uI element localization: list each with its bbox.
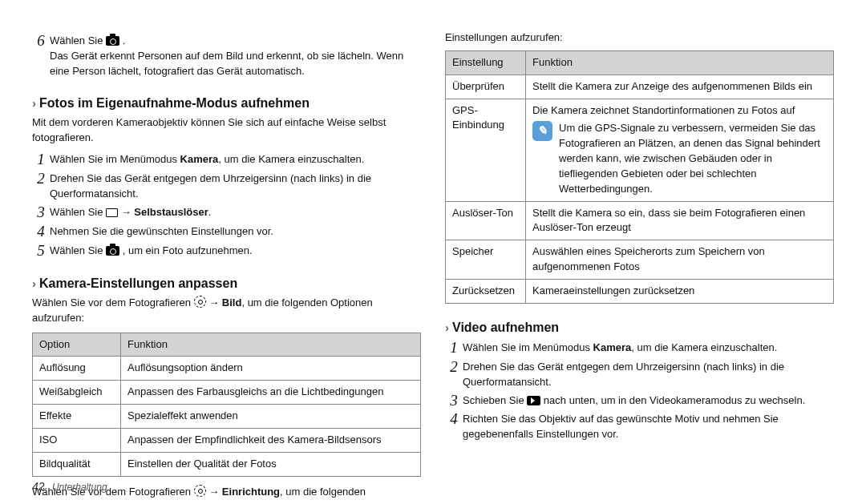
step-2: 2 Drehen Sie das Gerät entgegen dem Uhrz…	[32, 171, 421, 202]
table-row-gps: GPS-Einbindung Die Kamera zeichnet Stand…	[446, 99, 834, 201]
section-intro: Mit dem vorderen Kameraobjektiv können S…	[32, 115, 421, 146]
table-header-row: Option Funktion	[33, 333, 421, 357]
step-text: Wählen Sie	[50, 34, 103, 46]
section-heading-video: ›Video aufnehmen	[445, 318, 834, 337]
step-text: , um die Kamera einzuschalten.	[218, 153, 364, 165]
gear-icon	[194, 485, 206, 497]
step-number: 6	[32, 33, 50, 50]
step-1: 1 Wählen Sie im Menümodus Kamera, um die…	[445, 340, 834, 357]
step-desc: Das Gerät erkennt Personen auf dem Bild …	[50, 49, 421, 79]
step-number: 3	[445, 393, 463, 409]
table-row: ISOAnpassen der Empfindlichkeit des Kame…	[33, 428, 421, 452]
table-header-row: Einstellung Funktion	[446, 50, 834, 75]
step-text: Nehmen Sie die gewünschten Einstellungen…	[50, 224, 421, 240]
step-4: 4 Richten Sie das Objektiv auf das gewün…	[445, 411, 834, 442]
step-text: Schieben Sie	[463, 394, 527, 406]
table-row: BildqualitätEinstellen der Qualität der …	[33, 452, 421, 476]
step-number: 2	[32, 171, 50, 187]
section-heading-camera-settings: ›Kamera-Einstellungen anpassen	[32, 274, 421, 292]
step-3: 3 Schieben Sie nach unten, um in den Vid…	[445, 393, 834, 409]
table-row: ZurücksetzenKameraeinstellungen zurückse…	[446, 279, 834, 303]
step-2: 2 Drehen Sie das Gerät entgegen dem Uhrz…	[445, 359, 834, 390]
step-number: 5	[32, 243, 50, 260]
step-number: 4	[445, 411, 463, 428]
step-text: Drehen Sie das Gerät entgegen dem Uhrzei…	[50, 171, 421, 202]
step-text: nach unten, um in den Videokameramodus z…	[540, 394, 805, 406]
chevron-icon: ›	[445, 319, 449, 337]
step-text: Wählen Sie im Menümodus	[50, 153, 180, 165]
arrow-text: →	[118, 206, 134, 218]
chevron-icon: ›	[32, 275, 36, 292]
step-number: 2	[445, 359, 463, 376]
table-row: SpeicherAuswählen eines Speicherorts zum…	[446, 240, 834, 280]
gear-icon	[194, 296, 206, 308]
video-icon	[527, 396, 540, 405]
step-number: 1	[445, 340, 463, 357]
table-header: Einstellung	[446, 50, 526, 75]
step-4: 4 Nehmen Sie die gewünschten Einstellung…	[32, 224, 421, 240]
gps-note-text: Um die GPS-Signale zu verbessern, vermei…	[559, 121, 827, 196]
table-header: Funktion	[526, 50, 834, 75]
table-row: AuflösungAuflösungsoption ändern	[33, 357, 421, 381]
page-footer: 42 Unterhaltung	[32, 478, 107, 494]
camera-icon	[106, 36, 119, 46]
continuation-text: Einstellungen aufzurufen:	[445, 30, 834, 46]
step-bold: Selbstauslöser	[134, 206, 208, 218]
right-column: Einstellungen aufzurufen: Einstellung Fu…	[445, 30, 834, 463]
step-bold: Kamera	[593, 341, 632, 353]
table-row: WeißabgleichAnpassen des Farbausgleichs …	[33, 381, 421, 405]
chevron-icon: ›	[32, 95, 36, 112]
step-5: 5 Wählen Sie , um ein Foto aufzunehmen.	[32, 243, 421, 260]
table-row: ÜberprüfenStellt die Kamera zur Anzeige …	[446, 75, 834, 99]
step-text: Drehen Sie das Gerät entgegen dem Uhrzei…	[463, 359, 834, 390]
step-text: Wählen Sie	[50, 206, 106, 218]
note-icon: ✎	[532, 121, 552, 141]
step-text: , um die Kamera einzuschalten.	[631, 341, 777, 353]
left-column: 6 Wählen Sie . Das Gerät erkennt Persone…	[32, 30, 421, 463]
step-text: Wählen Sie	[50, 244, 106, 256]
step-number: 4	[32, 224, 50, 240]
step-number: 3	[32, 204, 50, 221]
square-icon	[106, 208, 118, 217]
step-number: 1	[32, 151, 50, 168]
table-row: Auslöser-TonStellt die Kamera so ein, da…	[446, 201, 834, 240]
step-6: 6 Wählen Sie . Das Gerät erkennt Persone…	[32, 33, 421, 79]
page-number: 42	[32, 480, 45, 493]
step-1: 1 Wählen Sie im Menümodus Kamera, um die…	[32, 151, 421, 168]
step-text: , um ein Foto aufzunehmen.	[119, 244, 252, 256]
section-intro: Wählen Sie vor dem Fotografieren → Bild,…	[32, 296, 421, 326]
gps-line1: Die Kamera zeichnet Standortinformatione…	[532, 103, 827, 119]
step-bold: Kamera	[180, 153, 219, 165]
camera-icon	[106, 246, 119, 256]
section-heading-selfshot: ›Fotos im Eigenaufnahme-Modus aufnehmen	[32, 94, 421, 112]
table-row: EffekteSpezialeffekt anwenden	[33, 405, 421, 429]
settings-table: Einstellung Funktion ÜberprüfenStellt di…	[445, 50, 834, 304]
footer-section: Unterhaltung	[52, 482, 107, 493]
step-text: Richten Sie das Objektiv auf das gewünsc…	[463, 411, 834, 442]
page-content: 6 Wählen Sie . Das Gerät erkennt Persone…	[0, 0, 866, 473]
step-text: Wählen Sie im Menümodus	[463, 341, 593, 353]
options-table: Option Funktion AuflösungAuflösungsoptio…	[32, 333, 421, 477]
step-3: 3 Wählen Sie → Selbstauslöser.	[32, 204, 421, 221]
table-header: Funktion	[121, 333, 421, 357]
table-header: Option	[33, 333, 121, 357]
